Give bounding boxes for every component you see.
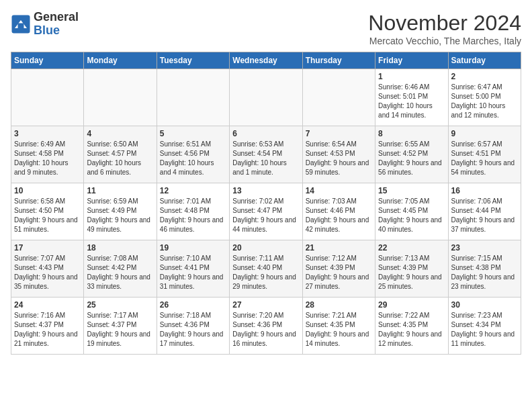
- day-number: 15: [378, 186, 445, 195]
- weekday-friday: Friday: [375, 52, 448, 69]
- header: General Blue November 2024 Mercato Vecch…: [11, 11, 521, 46]
- day-info: Sunrise: 7:20 AM Sunset: 4:36 PM Dayligh…: [232, 311, 299, 349]
- day-cell: 17Sunrise: 7:07 AM Sunset: 4:43 PM Dayli…: [11, 240, 84, 298]
- day-number: 13: [232, 186, 299, 195]
- day-cell: 2Sunrise: 6:47 AM Sunset: 5:00 PM Daylig…: [448, 69, 521, 126]
- day-cell: [157, 69, 229, 126]
- day-number: 5: [160, 129, 226, 138]
- logo: General Blue: [11, 11, 79, 38]
- day-cell: 26Sunrise: 7:18 AM Sunset: 4:36 PM Dayli…: [157, 298, 229, 355]
- weekday-header: SundayMondayTuesdayWednesdayThursdayFrid…: [11, 52, 521, 69]
- svg-rect-2: [18, 23, 24, 28]
- logo-icon: [11, 14, 31, 34]
- day-number: 1: [378, 72, 445, 81]
- day-cell: 18Sunrise: 7:08 AM Sunset: 4:42 PM Dayli…: [84, 240, 157, 298]
- logo-general: General: [34, 11, 79, 24]
- week-row-2: 3Sunrise: 6:49 AM Sunset: 4:58 PM Daylig…: [11, 126, 521, 183]
- day-number: 17: [14, 243, 81, 253]
- day-cell: 12Sunrise: 7:01 AM Sunset: 4:48 PM Dayli…: [157, 183, 229, 240]
- weekday-sunday: Sunday: [11, 52, 84, 69]
- day-info: Sunrise: 6:46 AM Sunset: 5:01 PM Dayligh…: [378, 83, 445, 120]
- day-info: Sunrise: 7:12 AM Sunset: 4:39 PM Dayligh…: [306, 254, 372, 291]
- day-cell: 30Sunrise: 7:23 AM Sunset: 4:34 PM Dayli…: [448, 298, 521, 355]
- day-cell: 3Sunrise: 6:49 AM Sunset: 4:58 PM Daylig…: [11, 126, 84, 183]
- day-number: 10: [14, 186, 81, 195]
- day-cell: 10Sunrise: 6:58 AM Sunset: 4:50 PM Dayli…: [11, 183, 84, 240]
- day-info: Sunrise: 7:02 AM Sunset: 4:47 PM Dayligh…: [232, 197, 299, 234]
- weekday-thursday: Thursday: [302, 52, 375, 69]
- day-info: Sunrise: 7:10 AM Sunset: 4:41 PM Dayligh…: [160, 254, 226, 291]
- day-cell: 9Sunrise: 6:57 AM Sunset: 4:51 PM Daylig…: [448, 126, 521, 183]
- calendar: SundayMondayTuesdayWednesdayThursdayFrid…: [11, 52, 521, 355]
- logo-blue: Blue: [34, 24, 79, 38]
- day-number: 24: [14, 300, 81, 310]
- day-number: 22: [378, 243, 445, 253]
- day-cell: [84, 69, 157, 126]
- day-cell: 23Sunrise: 7:15 AM Sunset: 4:38 PM Dayli…: [448, 240, 521, 298]
- day-info: Sunrise: 7:21 AM Sunset: 4:35 PM Dayligh…: [306, 311, 372, 349]
- day-number: 9: [451, 129, 518, 138]
- day-cell: 29Sunrise: 7:22 AM Sunset: 4:35 PM Dayli…: [375, 298, 448, 355]
- calendar-body: 1Sunrise: 6:46 AM Sunset: 5:01 PM Daylig…: [11, 69, 521, 355]
- day-number: 14: [306, 186, 372, 195]
- day-info: Sunrise: 7:01 AM Sunset: 4:48 PM Dayligh…: [160, 197, 226, 234]
- day-number: 11: [87, 186, 153, 195]
- weekday-saturday: Saturday: [448, 52, 521, 69]
- day-cell: [302, 69, 375, 126]
- day-number: 12: [160, 186, 226, 195]
- day-number: 8: [378, 129, 445, 138]
- day-cell: 21Sunrise: 7:12 AM Sunset: 4:39 PM Dayli…: [302, 240, 375, 298]
- day-cell: [230, 69, 302, 126]
- day-cell: 28Sunrise: 7:21 AM Sunset: 4:35 PM Dayli…: [302, 298, 375, 355]
- day-number: 7: [306, 129, 372, 138]
- day-cell: 27Sunrise: 7:20 AM Sunset: 4:36 PM Dayli…: [230, 298, 302, 355]
- day-cell: 11Sunrise: 6:59 AM Sunset: 4:49 PM Dayli…: [84, 183, 157, 240]
- day-cell: 7Sunrise: 6:54 AM Sunset: 4:53 PM Daylig…: [302, 126, 375, 183]
- day-number: 23: [451, 243, 518, 253]
- day-info: Sunrise: 7:11 AM Sunset: 4:40 PM Dayligh…: [232, 254, 299, 291]
- weekday-monday: Monday: [84, 52, 157, 69]
- day-cell: 20Sunrise: 7:11 AM Sunset: 4:40 PM Dayli…: [230, 240, 302, 298]
- day-cell: 13Sunrise: 7:02 AM Sunset: 4:47 PM Dayli…: [230, 183, 302, 240]
- day-number: 16: [451, 186, 518, 195]
- week-row-3: 10Sunrise: 6:58 AM Sunset: 4:50 PM Dayli…: [11, 183, 521, 240]
- day-info: Sunrise: 7:22 AM Sunset: 4:35 PM Dayligh…: [378, 311, 445, 349]
- day-info: Sunrise: 6:51 AM Sunset: 4:56 PM Dayligh…: [160, 140, 226, 177]
- day-number: 25: [87, 300, 153, 310]
- day-info: Sunrise: 7:07 AM Sunset: 4:43 PM Dayligh…: [14, 254, 81, 291]
- day-cell: [11, 69, 84, 126]
- day-number: 6: [232, 129, 299, 138]
- day-number: 19: [160, 243, 226, 253]
- day-info: Sunrise: 7:23 AM Sunset: 4:34 PM Dayligh…: [451, 311, 518, 349]
- day-cell: 6Sunrise: 6:53 AM Sunset: 4:54 PM Daylig…: [230, 126, 302, 183]
- logo-text: General Blue: [34, 11, 79, 38]
- day-number: 20: [232, 243, 299, 253]
- day-info: Sunrise: 6:59 AM Sunset: 4:49 PM Dayligh…: [87, 197, 153, 234]
- day-info: Sunrise: 6:57 AM Sunset: 4:51 PM Dayligh…: [451, 140, 518, 177]
- day-number: 28: [306, 300, 372, 310]
- weekday-tuesday: Tuesday: [157, 52, 229, 69]
- month-title: November 2024: [368, 11, 521, 36]
- day-number: 18: [87, 243, 153, 253]
- day-info: Sunrise: 7:08 AM Sunset: 4:42 PM Dayligh…: [87, 254, 153, 291]
- day-number: 4: [87, 129, 153, 138]
- day-cell: 24Sunrise: 7:16 AM Sunset: 4:37 PM Dayli…: [11, 298, 84, 355]
- day-number: 3: [14, 129, 81, 138]
- week-row-1: 1Sunrise: 6:46 AM Sunset: 5:01 PM Daylig…: [11, 69, 521, 126]
- day-number: 21: [306, 243, 372, 253]
- day-info: Sunrise: 6:47 AM Sunset: 5:00 PM Dayligh…: [451, 83, 518, 120]
- day-info: Sunrise: 6:55 AM Sunset: 4:52 PM Dayligh…: [378, 140, 445, 177]
- day-cell: 1Sunrise: 6:46 AM Sunset: 5:01 PM Daylig…: [375, 69, 448, 126]
- day-info: Sunrise: 6:58 AM Sunset: 4:50 PM Dayligh…: [14, 197, 81, 234]
- day-cell: 14Sunrise: 7:03 AM Sunset: 4:46 PM Dayli…: [302, 183, 375, 240]
- day-cell: 19Sunrise: 7:10 AM Sunset: 4:41 PM Dayli…: [157, 240, 229, 298]
- day-number: 2: [451, 72, 518, 81]
- day-number: 27: [232, 300, 299, 310]
- day-cell: 16Sunrise: 7:06 AM Sunset: 4:44 PM Dayli…: [448, 183, 521, 240]
- day-cell: 5Sunrise: 6:51 AM Sunset: 4:56 PM Daylig…: [157, 126, 229, 183]
- day-info: Sunrise: 7:06 AM Sunset: 4:44 PM Dayligh…: [451, 197, 518, 234]
- day-number: 26: [160, 300, 226, 310]
- location: Mercato Vecchio, The Marches, Italy: [368, 36, 521, 46]
- day-info: Sunrise: 6:49 AM Sunset: 4:58 PM Dayligh…: [14, 140, 81, 177]
- day-info: Sunrise: 7:13 AM Sunset: 4:39 PM Dayligh…: [378, 254, 445, 291]
